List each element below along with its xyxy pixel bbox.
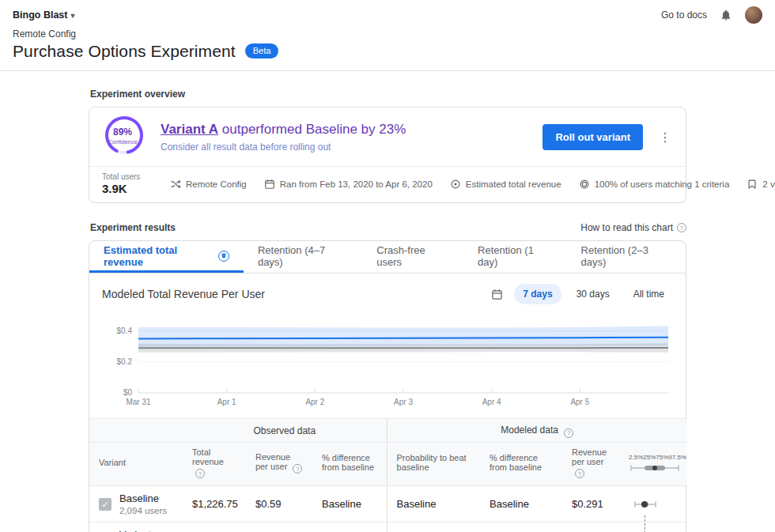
col-header-modeled-pct-diff: % difference from baseline (480, 442, 562, 486)
col-header-total-revenue: Total revenue (183, 442, 246, 486)
percentile-label: 97.5% (668, 454, 686, 461)
percentile-legend-glyph (629, 463, 681, 473)
goal-metric-icon (450, 179, 461, 190)
page-header: Remote Config Purchase Options Experimen… (0, 24, 775, 61)
tab-estimated-total-revenue[interactable]: Estimated total revenue (89, 241, 244, 273)
baseline-variant-cell: Baseline 2,094 users (89, 486, 183, 523)
user-avatar[interactable] (745, 6, 762, 24)
baseline-modeled-rpu: $0.291 (562, 486, 622, 523)
goal-metric-crown-icon (218, 251, 229, 262)
svg-text:Apr 4: Apr 4 (482, 398, 501, 406)
col-header-revenue-per-user: Revenue per user (246, 442, 312, 486)
col-header-prob-beat-baseline: Probability to beat baseline (387, 442, 480, 486)
meta-label: Estimated total revenue (466, 179, 561, 189)
svg-text:Apr 1: Apr 1 (217, 398, 236, 406)
svg-text:$0: $0 (123, 388, 133, 397)
svg-text:$0.4: $0.4 (117, 326, 133, 335)
revenue-per-user-info-icon[interactable] (293, 464, 302, 474)
tab-retention-1-day[interactable]: Retention (1 day) (463, 241, 567, 273)
svg-text:Apr 5: Apr 5 (570, 398, 589, 406)
percentile-label: 75% (656, 454, 668, 461)
variant-a-modeled-pct-diff: +23% -12% to +73% (480, 523, 562, 532)
confidence-gauge: 89% Confidence (102, 115, 146, 159)
total-users: Total users 3.9K (102, 172, 153, 195)
col-header-modeled-revenue-per-user: Revenue per user (562, 442, 622, 486)
baseline-revenue-per-user: $0.59 (246, 486, 312, 523)
overview-card: 89% Confidence Variant A outperformed Ba… (89, 107, 686, 203)
beta-badge: Beta (245, 43, 279, 58)
audience-icon (579, 179, 590, 190)
tab-label: Retention (1 day) (478, 244, 553, 268)
meta-label: 2 variants (762, 179, 775, 189)
modeled-rpu-info-icon[interactable] (575, 469, 584, 478)
tab-retention-4-7-days[interactable]: Retention (4–7 days) (244, 241, 362, 273)
variant-a-modeled-rpu: $0.359 (562, 523, 622, 532)
range-30-days-button[interactable]: 30 days (568, 284, 618, 304)
tab-retention-2-3-days[interactable]: Retention (2–3 days) (567, 241, 686, 273)
help-link-label: How to read this chart (580, 222, 673, 233)
col-header-pct-diff: % difference from baseline (312, 442, 387, 486)
meta-audience: 100% of users matching 1 criteria (579, 179, 730, 190)
results-table: Observed data Modeled data Variant Total… (89, 418, 687, 532)
remote-config-icon (170, 179, 181, 190)
variant-name: Baseline (119, 492, 167, 504)
total-users-label: Total users (102, 172, 153, 181)
table-row-baseline: Baseline 2,094 users $1,226.75 $0.59 Bas… (89, 486, 687, 523)
col-header-percentiles: 2.5% 25% 75% 97.5% (622, 442, 687, 486)
baseline-whisker-cell (622, 486, 687, 523)
variant-a-link[interactable]: Variant A (161, 122, 218, 137)
total-users-value: 3.9K (102, 182, 153, 195)
meta-variants: 2 variants (747, 179, 775, 190)
baseline-pct-diff: Baseline (312, 486, 387, 523)
help-info-icon (677, 223, 686, 232)
notifications-bell-icon[interactable] (720, 9, 732, 21)
group-header-modeled: Modeled data (387, 419, 687, 443)
variant-a-total-revenue: $880.64 (183, 523, 246, 532)
variant-a-pct-diff: -16% (312, 523, 387, 532)
breadcrumb[interactable]: Remote Config (13, 28, 762, 40)
col-header-variant: Variant (89, 442, 183, 486)
svg-text:Mar 31: Mar 31 (126, 398, 151, 406)
group-header-blank (89, 419, 183, 443)
tab-label: Estimated total revenue (104, 244, 213, 268)
app-name: Bingo Blast (13, 9, 67, 21)
svg-text:Apr 2: Apr 2 (305, 398, 324, 406)
baseline-modeled-pct-diff: Baseline (480, 486, 562, 523)
app-selector-dropdown[interactable]: Bingo Blast (13, 9, 74, 21)
variant-name: Variant A (119, 529, 158, 532)
header-divider (0, 70, 775, 71)
baseline-median-reference-line (645, 515, 645, 532)
main-content: Experiment overview 89% Confidence Varia… (89, 89, 686, 532)
overflow-menu-icon[interactable] (657, 130, 673, 145)
firebase-experiment-page: Bingo Blast Go to docs Remote Config Pur… (0, 0, 775, 532)
tab-crash-free-users[interactable]: Crash-free users (362, 241, 463, 273)
range-7-days-button[interactable]: 7 days (514, 284, 561, 304)
date-range-calendar-icon[interactable] (491, 289, 503, 300)
variant-a-prob-beat: 89% (387, 523, 480, 532)
svg-text:Apr 3: Apr 3 (394, 398, 413, 406)
how-to-read-chart-link[interactable]: How to read this chart (580, 222, 686, 233)
meta-label: Remote Config (186, 179, 247, 189)
baseline-total-revenue: $1,226.75 (183, 486, 246, 523)
page-title: Purchase Options Experiment (13, 42, 236, 61)
revenue-line-chart: Mar 31Apr 1Apr 2Apr 3Apr 4Apr 5$0$0.2$0.… (102, 309, 673, 412)
tab-label: Retention (2–3 days) (581, 244, 671, 268)
meta-label: Ran from Feb 13, 2020 to Apr 6, 2020 (280, 179, 433, 189)
percentile-label: 2.5% (629, 454, 643, 461)
modeled-data-info-icon[interactable] (564, 428, 573, 438)
range-all-time-button[interactable]: All time (625, 284, 673, 304)
variant-a-revenue-per-user: $0.49 (246, 523, 312, 532)
go-to-docs-link[interactable]: Go to docs (661, 9, 707, 21)
meta-date-range: Ran from Feb 13, 2020 to Apr 6, 2020 (264, 179, 433, 190)
svg-text:$0.2: $0.2 (117, 357, 133, 366)
baseline-checkbox[interactable] (99, 498, 112, 511)
variants-icon (747, 179, 758, 190)
results-section-label: Experiment results (90, 222, 176, 233)
tab-label: Retention (4–7 days) (258, 244, 348, 268)
baseline-whisker-plot (630, 495, 679, 514)
headline-text: outperformed Baseline by 23% (222, 122, 406, 137)
group-header-modeled-label: Modeled data (501, 424, 558, 436)
total-revenue-info-icon[interactable] (195, 469, 205, 478)
meta-goal-metric: Estimated total revenue (450, 179, 561, 190)
roll-out-variant-button[interactable]: Roll out variant (542, 124, 643, 150)
